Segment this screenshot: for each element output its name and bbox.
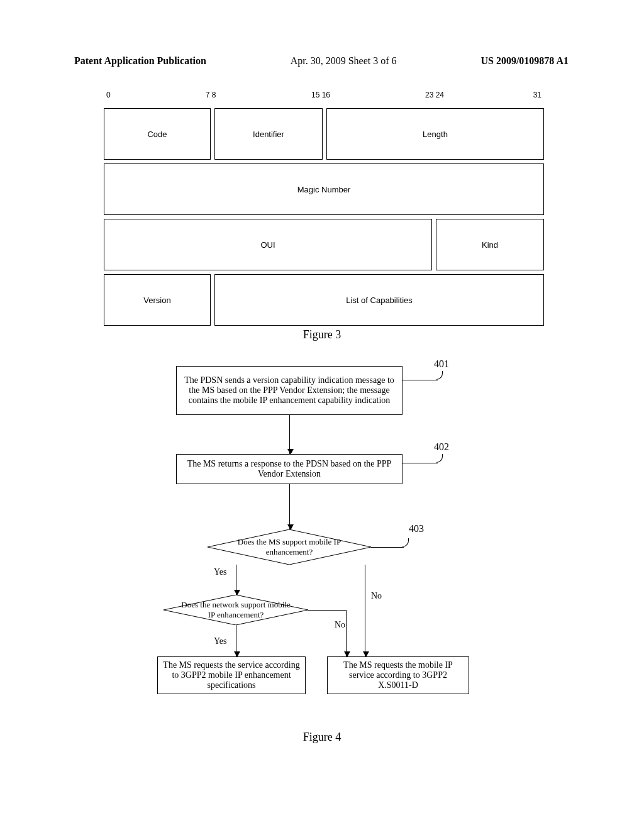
arrow-down-icon xyxy=(236,625,236,656)
packet-row-4: Version List of Capabilities xyxy=(104,274,544,326)
callout-line xyxy=(402,380,438,380)
field-kind: Kind xyxy=(436,219,544,270)
callout-hook xyxy=(436,454,443,463)
figure-4-caption: Figure 4 xyxy=(0,731,644,744)
figure-4-flowchart: The PDSN sends a version capability indi… xyxy=(164,366,491,724)
bit-label: 23 24 xyxy=(425,91,444,99)
page-header: Patent Application Publication Apr. 30, … xyxy=(74,55,569,67)
arrow-down-icon xyxy=(289,484,290,529)
edge-label-yes: Yes xyxy=(214,636,226,646)
callout-line xyxy=(371,547,404,548)
header-center: Apr. 30, 2009 Sheet 3 of 6 xyxy=(291,55,397,67)
figure-3-packet-diagram: 0 7 8 15 16 23 24 31 Code Identifier Len… xyxy=(104,91,544,326)
callout-hook xyxy=(402,538,409,547)
arrow-down-icon xyxy=(236,565,236,595)
field-identifier: Identifier xyxy=(214,108,323,160)
figure-3-caption: Figure 3 xyxy=(0,328,644,341)
edge-label-yes: Yes xyxy=(214,567,226,577)
decision-403: Does the MS support mobile IP enhancemen… xyxy=(208,529,371,565)
arrow-down-icon xyxy=(289,415,290,454)
bit-ruler: 0 7 8 15 16 23 24 31 xyxy=(104,91,544,104)
bit-label: 7 8 xyxy=(206,91,216,99)
bit-label: 31 xyxy=(533,91,541,99)
step-401: The PDSN sends a version capability indi… xyxy=(176,366,402,415)
field-magic-number: Magic Number xyxy=(104,163,544,215)
packet-row-2: Magic Number xyxy=(104,163,544,215)
arrow-down-icon xyxy=(365,565,365,656)
label-401: 401 xyxy=(434,358,449,370)
edge-label-no: No xyxy=(335,620,345,630)
field-oui: OUI xyxy=(104,219,432,270)
label-402: 402 xyxy=(434,441,449,453)
bit-label: 15 16 xyxy=(311,91,330,99)
bit-label: 0 xyxy=(106,91,111,99)
edge-line xyxy=(308,610,346,611)
header-left: Patent Application Publication xyxy=(74,55,206,67)
arrow-down-icon xyxy=(346,610,347,656)
callout-line xyxy=(402,463,438,463)
field-code: Code xyxy=(104,108,211,160)
result-right: The MS requests the mobile IP service ac… xyxy=(327,656,469,694)
header-right: US 2009/0109878 A1 xyxy=(480,55,569,67)
edge-label-no: No xyxy=(371,591,382,601)
field-length: Length xyxy=(326,108,544,160)
field-version: Version xyxy=(104,274,211,326)
field-list-of-capabilities: List of Capabilities xyxy=(214,274,544,326)
packet-row-1: Code Identifier Length xyxy=(104,108,544,160)
decision-403-text: Does the MS support mobile IP enhancemen… xyxy=(208,529,371,565)
result-left: The MS requests the service according to… xyxy=(157,656,306,694)
label-403: 403 xyxy=(409,523,424,534)
callout-hook xyxy=(436,371,443,380)
packet-row-3: OUI Kind xyxy=(104,219,544,270)
decision-network: Does the network support mobile IP enhan… xyxy=(164,595,308,625)
decision-network-text: Does the network support mobile IP enhan… xyxy=(164,595,308,625)
step-402: The MS returns a response to the PDSN ba… xyxy=(176,454,402,484)
